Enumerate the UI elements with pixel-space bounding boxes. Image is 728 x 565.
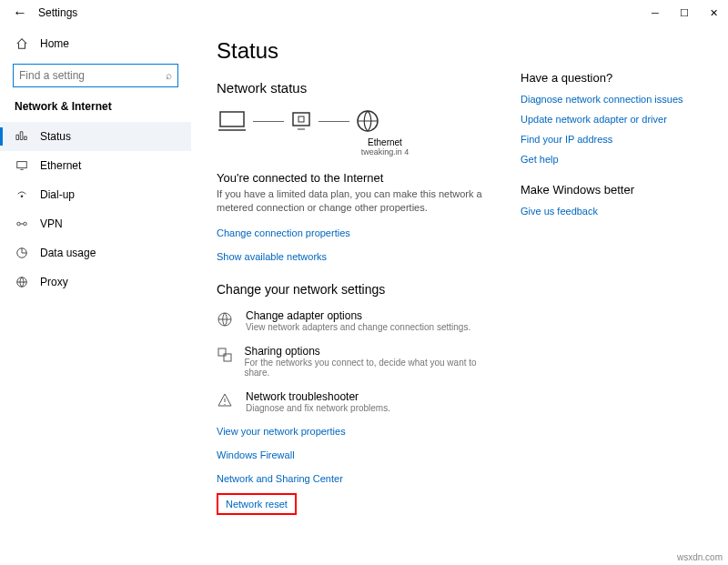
svg-point-2 <box>17 222 21 226</box>
help-link[interactable]: Update network adapter or driver <box>521 114 703 125</box>
watermark: wsxdn.com <box>677 552 723 562</box>
vpn-icon <box>15 217 29 231</box>
page-title: Status <box>217 38 484 64</box>
svg-rect-0 <box>17 162 27 168</box>
feedback-link[interactable]: Give us feedback <box>521 206 703 217</box>
help-link[interactable]: Diagnose network connection issues <box>521 94 703 105</box>
help-link[interactable]: Find your IP address <box>521 134 703 145</box>
option-title: Network troubleshooter <box>246 390 390 403</box>
home-icon <box>15 36 29 51</box>
option-troubleshooter[interactable]: Network troubleshooterDiagnose and fix n… <box>217 390 484 413</box>
sidebar-item-label: Status <box>40 130 71 143</box>
link-view-network-properties[interactable]: View your network properties <box>217 426 484 437</box>
sidebar-item-vpn[interactable]: VPN <box>0 209 191 238</box>
diagram-sublabel: tweaking.in 4 <box>286 147 484 156</box>
option-sharing[interactable]: Sharing optionsFor the networks you conn… <box>217 345 484 378</box>
proxy-icon <box>15 275 29 289</box>
feedback-heading: Make Windows better <box>521 183 703 197</box>
link-show-available-networks[interactable]: Show available networks <box>217 251 484 262</box>
status-icon <box>15 129 29 144</box>
option-title: Sharing options <box>244 345 484 358</box>
svg-point-1 <box>21 195 24 197</box>
window-title: Settings <box>38 6 77 19</box>
option-desc: For the networks you connect to, decide … <box>244 358 484 378</box>
link-windows-firewall[interactable]: Windows Firewall <box>217 449 484 460</box>
svg-rect-12 <box>224 354 231 361</box>
network-diagram <box>217 108 484 134</box>
diagram-label: Ethernet <box>286 137 484 147</box>
sidebar-item-dialup[interactable]: Dial-up <box>0 180 191 209</box>
link-network-reset[interactable]: Network reset <box>226 499 288 510</box>
sidebar-item-label: Dial-up <box>40 188 75 201</box>
pc-icon <box>217 108 248 134</box>
connector-line <box>318 121 349 122</box>
sidebar-item-status[interactable]: Status <box>0 122 191 151</box>
sidebar-item-ethernet[interactable]: Ethernet <box>0 151 191 180</box>
question-heading: Have a question? <box>521 71 703 85</box>
sidebar-item-proxy[interactable]: Proxy <box>0 267 191 297</box>
datausage-icon <box>15 246 29 260</box>
adapter-options-icon <box>217 309 235 332</box>
option-desc: View network adapters and change connect… <box>246 322 470 332</box>
connection-status: You're connected to the Internet <box>217 171 484 185</box>
main-content: Status Network status Ethernet tweaking.… <box>191 25 728 565</box>
option-change-adapter[interactable]: Change adapter optionsView network adapt… <box>217 309 484 332</box>
section-change-settings: Change your network settings <box>217 282 484 297</box>
option-desc: Diagnose and fix network problems. <box>246 403 390 413</box>
maximize-button[interactable]: ☐ <box>670 0 699 25</box>
connection-desc: If you have a limited data plan, you can… <box>217 187 484 215</box>
dialup-icon <box>15 187 29 202</box>
sidebar-item-label: VPN <box>40 217 63 230</box>
titlebar: ← Settings <box>0 0 728 25</box>
connector-line <box>253 121 284 122</box>
sidebar-item-label: Ethernet <box>40 159 81 172</box>
sidebar-item-label: Proxy <box>40 276 68 288</box>
search-box[interactable]: ⌕ <box>13 64 178 87</box>
ethernet-icon <box>15 158 29 173</box>
svg-rect-8 <box>298 116 304 122</box>
sidebar: Home ⌕ Network & Internet Status Etherne… <box>0 25 191 565</box>
globe-icon <box>355 108 380 134</box>
home-link[interactable]: Home <box>0 31 191 56</box>
help-link[interactable]: Get help <box>521 154 703 165</box>
troubleshooter-icon <box>217 390 235 413</box>
svg-rect-7 <box>293 113 309 126</box>
sidebar-group-title: Network & Internet <box>0 100 191 122</box>
sidebar-item-datausage[interactable]: Data usage <box>0 238 191 267</box>
adapter-icon <box>289 109 313 133</box>
search-icon: ⌕ <box>166 69 172 82</box>
sidebar-item-label: Home <box>40 37 69 50</box>
option-title: Change adapter options <box>246 309 470 322</box>
window-controls: ─ ☐ ✕ <box>641 0 728 25</box>
minimize-button[interactable]: ─ <box>641 0 670 25</box>
sharing-icon <box>217 345 233 378</box>
link-network-sharing-center[interactable]: Network and Sharing Center <box>217 473 484 484</box>
section-network-status: Network status <box>217 80 484 96</box>
search-input[interactable] <box>19 69 166 82</box>
sidebar-item-label: Data usage <box>40 247 96 259</box>
right-panel: Have a question? Diagnose network connec… <box>521 38 703 552</box>
close-button[interactable]: ✕ <box>699 0 728 25</box>
link-change-connection-properties[interactable]: Change connection properties <box>217 227 484 238</box>
back-button[interactable]: ← <box>9 5 31 21</box>
highlight-box: Network reset <box>217 493 297 515</box>
svg-rect-6 <box>220 112 244 126</box>
svg-point-3 <box>24 222 27 226</box>
svg-rect-11 <box>218 348 226 356</box>
